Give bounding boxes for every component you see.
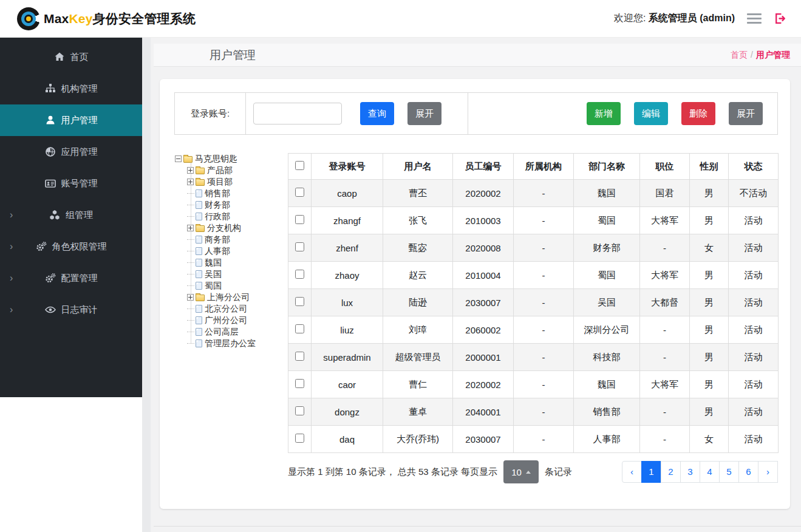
cell-status: 活动 bbox=[729, 262, 779, 289]
tree-expander-icon[interactable] bbox=[187, 193, 194, 194]
sidebar-item[interactable]: 账号管理 bbox=[0, 168, 142, 199]
cell-gender: 男 bbox=[690, 371, 729, 398]
row-checkbox[interactable] bbox=[295, 297, 304, 306]
tree-node[interactable]: 产品部 bbox=[174, 165, 285, 176]
tree-node-icon bbox=[196, 270, 202, 278]
tree-expander-icon[interactable] bbox=[187, 320, 194, 321]
select-all-checkbox[interactable] bbox=[295, 161, 304, 170]
tree-node[interactable]: 蜀国 bbox=[174, 280, 285, 292]
query-button[interactable]: 查询 bbox=[360, 102, 394, 125]
page-button[interactable]: 2 bbox=[661, 461, 681, 483]
tree-expander-icon[interactable] bbox=[187, 262, 194, 263]
page-button[interactable]: ‹ bbox=[622, 461, 642, 483]
page-size-value: 10 bbox=[511, 467, 522, 477]
tree-node[interactable]: 行政部 bbox=[174, 211, 285, 222]
tree-node[interactable]: 魏国 bbox=[174, 257, 285, 268]
tree-expander-icon[interactable] bbox=[187, 167, 194, 174]
tree-expander-icon[interactable] bbox=[187, 274, 194, 275]
row-checkbox-cell bbox=[288, 344, 312, 371]
table-row[interactable]: zhaoy 赵云 2010004 - 蜀国 大将军 男 活动 bbox=[288, 262, 779, 289]
tree-node[interactable]: 项目部 bbox=[174, 176, 285, 188]
tree-node[interactable]: 管理层办公室 bbox=[174, 338, 285, 349]
tree-node[interactable]: 销售部 bbox=[174, 188, 285, 199]
page-button[interactable]: 3 bbox=[680, 461, 700, 483]
action-button[interactable]: 编辑 bbox=[634, 102, 668, 125]
cell-employee-no: 2020002 bbox=[453, 371, 514, 398]
logout-icon[interactable] bbox=[774, 12, 786, 25]
table-row[interactable]: zhangf 张飞 2010003 - 蜀国 大将军 男 活动 bbox=[288, 207, 779, 234]
tree-expander-icon[interactable] bbox=[187, 285, 194, 286]
row-checkbox[interactable] bbox=[295, 242, 304, 251]
cell-login-account: liuz bbox=[312, 316, 383, 344]
cell-gender: 女 bbox=[690, 234, 729, 262]
action-button[interactable]: 删除 bbox=[681, 102, 715, 125]
tree-node[interactable]: 北京分公司 bbox=[174, 303, 285, 315]
table-row[interactable]: caop 曹丕 2020002 - 魏国 国君 男 不活动 bbox=[288, 180, 779, 207]
table-row[interactable]: dongz 董卓 2040001 - 销售部 - 男 活动 bbox=[288, 398, 779, 426]
page-size-dropdown[interactable]: 10 bbox=[503, 460, 539, 483]
row-checkbox[interactable] bbox=[295, 352, 304, 361]
sidebar-item[interactable]: › 配置管理 bbox=[0, 262, 142, 294]
row-checkbox[interactable] bbox=[295, 324, 304, 333]
tree-node[interactable]: 吴国 bbox=[174, 268, 285, 280]
tree-expander-icon[interactable] bbox=[187, 225, 194, 231]
tree-node-icon bbox=[196, 236, 202, 244]
row-checkbox[interactable] bbox=[295, 379, 304, 388]
sidebar-item-label: 账号管理 bbox=[61, 178, 98, 189]
row-checkbox[interactable] bbox=[295, 434, 304, 443]
tree-node[interactable]: 广州分公司 bbox=[174, 315, 285, 326]
sidebar-item[interactable]: 应用管理 bbox=[0, 136, 142, 168]
table-row[interactable]: liuz 刘璋 2060002 - 深圳分公司 - 男 活动 bbox=[288, 316, 779, 344]
row-checkbox[interactable] bbox=[295, 270, 304, 279]
tree-expander-icon[interactable] bbox=[187, 309, 194, 309]
login-account-input[interactable] bbox=[253, 103, 342, 124]
action-button[interactable]: 展开 bbox=[729, 102, 763, 125]
sidebar-item[interactable]: › 角色权限管理 bbox=[0, 231, 142, 262]
row-checkbox-cell bbox=[288, 262, 312, 289]
tree-expander-icon[interactable] bbox=[187, 239, 194, 240]
sidebar-item[interactable]: › 组管理 bbox=[0, 199, 142, 231]
row-checkbox[interactable] bbox=[295, 406, 304, 415]
tree-node[interactable]: 公司高层 bbox=[174, 326, 285, 338]
tree-expander-icon[interactable] bbox=[187, 294, 194, 301]
tree-expander-icon[interactable] bbox=[187, 179, 194, 185]
page-button[interactable]: 5 bbox=[719, 461, 739, 483]
menu-toggle-icon[interactable] bbox=[747, 13, 762, 24]
cell-status: 不活动 bbox=[729, 180, 779, 207]
tree-expander-icon[interactable] bbox=[187, 205, 194, 205]
table-row[interactable]: superadmin 超级管理员 2000001 - 科技部 - 男 活动 bbox=[288, 344, 779, 371]
tree-expander-icon[interactable] bbox=[187, 332, 194, 332]
tree-node[interactable]: 马克思钥匙 bbox=[174, 153, 285, 165]
tree-node[interactable]: 商务部 bbox=[174, 234, 285, 245]
page-button[interactable]: 4 bbox=[700, 461, 720, 483]
table-row[interactable]: lux 陆逊 2030007 - 吴国 大都督 男 活动 bbox=[288, 289, 779, 316]
tree-node[interactable]: 财务部 bbox=[174, 199, 285, 211]
row-checkbox[interactable] bbox=[295, 188, 304, 197]
sidebar-item[interactable]: 用户管理 bbox=[0, 104, 142, 136]
expand-search-button[interactable]: 展开 bbox=[407, 102, 441, 125]
tree-expander-icon[interactable] bbox=[187, 216, 194, 217]
row-checkbox-cell bbox=[288, 316, 312, 344]
tree-node[interactable]: 上海分公司 bbox=[174, 292, 285, 303]
brand[interactable]: MaxKey身份安全管理系统 bbox=[17, 7, 196, 30]
page-button[interactable]: › bbox=[758, 461, 778, 483]
table-row[interactable]: zhenf 甄宓 2020008 - 财务部 - 女 活动 bbox=[288, 234, 779, 262]
breadcrumb-home-link[interactable]: 首页 bbox=[731, 50, 748, 60]
tree-node[interactable]: 分支机构 bbox=[174, 222, 285, 234]
table-row[interactable]: caor 曹仁 2020002 - 魏国 大将军 男 活动 bbox=[288, 371, 779, 398]
cell-position: - bbox=[640, 426, 690, 453]
sidebar-item[interactable]: 机构管理 bbox=[0, 73, 142, 104]
row-checkbox[interactable] bbox=[295, 215, 304, 224]
tree-node[interactable]: 人事部 bbox=[174, 245, 285, 257]
sidebar-item[interactable]: › 日志审计 bbox=[0, 294, 142, 326]
page-button[interactable]: 1 bbox=[641, 461, 661, 483]
tree-expander-icon[interactable] bbox=[187, 251, 194, 251]
action-button[interactable]: 新增 bbox=[587, 102, 621, 125]
cell-login-account: superadmin bbox=[312, 344, 383, 371]
page-button[interactable]: 6 bbox=[738, 461, 758, 483]
table-row[interactable]: daq 大乔(乔玮) 2030007 - 人事部 - 女 活动 bbox=[288, 426, 779, 453]
cell-department: 科技部 bbox=[574, 344, 640, 371]
tree-expander-icon[interactable] bbox=[187, 343, 194, 344]
sidebar-item[interactable]: 首页 bbox=[0, 41, 142, 73]
tree-expander-icon[interactable] bbox=[175, 155, 182, 162]
